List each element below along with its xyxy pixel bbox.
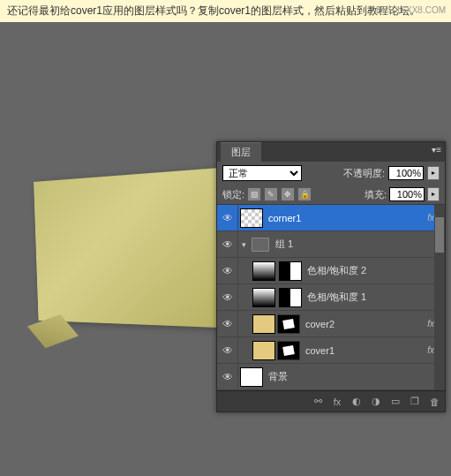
watermark-text: BBS.16XX8.COM: [376, 5, 446, 15]
panel-footer: ⚯ fx ◐ ◑ ▭ ❐ 🗑: [217, 390, 445, 412]
layers-scrollbar[interactable]: [434, 205, 445, 390]
group-toggle-icon[interactable]: ▾: [238, 240, 249, 249]
adjustment-layer-icon[interactable]: ◑: [369, 396, 383, 407]
visibility-eye-icon[interactable]: 👁: [222, 291, 233, 304]
layer-name-label[interactable]: 组 1: [275, 238, 445, 251]
fx-indicator[interactable]: fx: [427, 345, 434, 355]
layer-row-hue2[interactable]: 👁 色相/饱和度 2: [217, 258, 445, 284]
gold-cover-shape: [34, 167, 228, 328]
adjustment-thumbnail[interactable]: [252, 261, 275, 281]
layer-name-label[interactable]: 色相/饱和度 1: [307, 291, 445, 304]
lock-fill-row: 锁定: ▧ ✎ ✥ 🔒 填充: ▸: [217, 185, 445, 205]
visibility-eye-icon[interactable]: 👁: [222, 318, 233, 330]
layer-row-group1[interactable]: 👁 ▾ 组 1: [217, 231, 445, 258]
layers-list: 👁 corner1 fx ▾ 👁 ▾ 组 1 👁 色相/饱和度 2 👁 色相/饱…: [217, 205, 445, 390]
visibility-eye-icon[interactable]: 👁: [222, 212, 233, 224]
scrollbar-thumb[interactable]: [435, 217, 444, 253]
fill-input[interactable]: [389, 187, 425, 201]
layer-row-background[interactable]: 👁 背景: [217, 364, 445, 390]
layer-thumbnail[interactable]: [252, 314, 275, 334]
opacity-arrow-icon[interactable]: ▸: [427, 166, 440, 180]
layer-name-label[interactable]: cover2: [305, 319, 427, 329]
layers-panel: 图层 ▾≡ 正常 不透明度: ▸ 锁定: ▧ ✎ ✥ 🔒 填充: ▸ 👁 cor…: [216, 141, 446, 412]
lock-position-icon[interactable]: ✥: [281, 187, 295, 201]
new-group-icon[interactable]: ▭: [388, 396, 402, 407]
layer-name-label[interactable]: 色相/饱和度 2: [307, 264, 445, 277]
link-layers-icon[interactable]: ⚯: [311, 396, 325, 407]
adjustment-thumbnail[interactable]: [252, 288, 275, 307]
layer-name-label[interactable]: corner1: [268, 213, 427, 223]
blend-mode-select[interactable]: 正常: [222, 165, 302, 181]
instruction-text: 还记得最初给cover1应用的图层样式吗？复制cover1的图层样式，然后粘贴到…: [7, 4, 420, 17]
lock-transparent-icon[interactable]: ▧: [247, 187, 261, 201]
lock-all-icon[interactable]: 🔒: [297, 187, 312, 201]
fill-arrow-icon[interactable]: ▸: [427, 187, 440, 201]
visibility-eye-icon[interactable]: 👁: [222, 371, 233, 383]
layers-tab[interactable]: 图层: [221, 142, 261, 162]
layer-thumbnail[interactable]: [240, 208, 263, 228]
panel-tab-bar: 图层 ▾≡: [217, 142, 445, 162]
layer-row-cover2[interactable]: 👁 cover2 fx ▾: [217, 311, 445, 337]
lock-pixels-icon[interactable]: ✎: [264, 187, 278, 201]
layer-style-icon[interactable]: fx: [330, 397, 344, 407]
opacity-input[interactable]: [388, 166, 424, 180]
layer-mask-thumbnail[interactable]: [277, 314, 300, 334]
layer-row-cover1[interactable]: 👁 cover1 fx ▾: [217, 337, 445, 364]
adjustment-icon: [279, 261, 302, 281]
opacity-label: 不透明度:: [343, 167, 385, 180]
fill-label: 填充:: [365, 188, 387, 201]
blend-opacity-row: 正常 不透明度: ▸: [217, 162, 445, 185]
delete-layer-icon[interactable]: 🗑: [427, 397, 441, 407]
layer-thumbnail[interactable]: [240, 367, 263, 387]
visibility-eye-icon[interactable]: 👁: [222, 265, 233, 277]
lock-label: 锁定:: [222, 188, 244, 201]
layer-row-corner1[interactable]: 👁 corner1 fx ▾: [217, 205, 445, 231]
layer-mask-thumbnail[interactable]: [277, 341, 300, 360]
layer-name-label[interactable]: 背景: [268, 370, 445, 383]
new-layer-icon[interactable]: ❐: [408, 396, 422, 407]
fx-indicator[interactable]: fx: [427, 213, 434, 223]
panel-menu-icon[interactable]: ▾≡: [432, 145, 441, 155]
visibility-eye-icon[interactable]: 👁: [222, 238, 233, 251]
group-folder-icon: [252, 238, 269, 252]
fx-indicator[interactable]: fx: [427, 319, 434, 329]
layer-thumbnail[interactable]: [252, 341, 275, 360]
visibility-eye-icon[interactable]: 👁: [222, 344, 233, 357]
layer-row-hue1[interactable]: 👁 色相/饱和度 1: [217, 284, 445, 311]
layer-name-label[interactable]: cover1: [305, 345, 427, 356]
layer-mask-icon[interactable]: ◐: [350, 396, 364, 407]
adjustment-icon: [279, 288, 302, 307]
